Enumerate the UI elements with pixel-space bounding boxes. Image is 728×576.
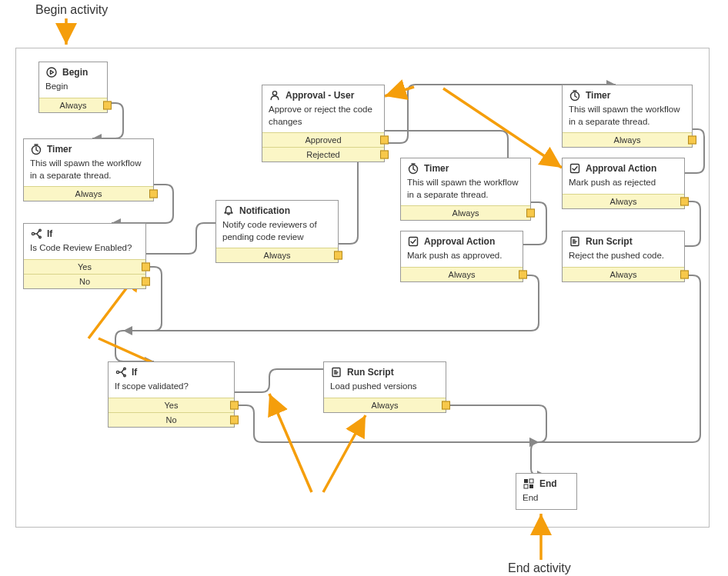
node-title: Begin <box>62 67 88 78</box>
node-header: If <box>24 224 145 242</box>
outcome-always[interactable]: Always <box>24 186 153 201</box>
outcome-port[interactable] <box>442 401 450 409</box>
outcome-port[interactable] <box>519 270 527 278</box>
node-header: Timer <box>563 85 692 104</box>
outcome-port[interactable] <box>149 190 158 198</box>
timer-icon <box>30 143 42 155</box>
node-description: This will spawn the workflow in a separa… <box>24 158 153 186</box>
node-title: End <box>539 478 557 489</box>
node-timer3[interactable]: TimerThis will spawn the workflow in a s… <box>562 85 693 148</box>
annotation-end-activity: End activity <box>508 561 571 575</box>
outcome-always[interactable]: Always <box>401 267 523 281</box>
annotation-begin-activity: Begin activity <box>35 3 108 17</box>
outcome-yes[interactable]: Yes <box>109 398 234 412</box>
node-if_scope[interactable]: IfIf scope validated?YesNo <box>108 361 235 428</box>
node-approval_user[interactable]: Approval - UserApprove or reject the cod… <box>262 85 385 162</box>
node-description: Is Code Review Enabled? <box>24 242 145 259</box>
svg-rect-16 <box>529 479 533 483</box>
node-header: Timer <box>401 158 530 177</box>
outcome-always[interactable]: Always <box>39 98 107 112</box>
node-description: If scope validated? <box>109 381 234 398</box>
node-appr_approve[interactable]: Approval ActionMark push as approved.Alw… <box>400 231 523 282</box>
node-end[interactable]: EndEnd <box>516 473 577 510</box>
outcome-always[interactable]: Always <box>324 398 446 412</box>
outcome-always[interactable]: Always <box>401 205 530 220</box>
outcome-port[interactable] <box>688 136 696 145</box>
node-appr_reject[interactable]: Approval ActionMark push as rejectedAlwa… <box>562 158 685 209</box>
if-icon <box>115 366 127 378</box>
script-icon <box>569 235 581 248</box>
svg-rect-18 <box>529 484 533 488</box>
node-header: If <box>109 362 234 381</box>
user-icon <box>269 89 281 102</box>
svg-point-12 <box>124 368 126 370</box>
node-title: Run Script <box>347 367 394 378</box>
node-header: Notification <box>216 201 338 219</box>
end-icon <box>523 478 535 490</box>
node-description: This will spawn the workflow in a separa… <box>563 104 692 132</box>
svg-rect-7 <box>409 238 418 246</box>
node-header: Begin <box>39 62 107 81</box>
outcome-port[interactable] <box>680 197 689 205</box>
node-header: Approval Action <box>401 231 523 250</box>
outcome-no[interactable]: No <box>24 274 145 288</box>
outcome-port[interactable] <box>526 209 535 218</box>
outcome-port[interactable] <box>230 415 239 424</box>
node-header: Run Script <box>324 362 446 381</box>
outcome-approved[interactable]: Approved <box>262 132 384 147</box>
node-title: Approval - User <box>286 90 354 101</box>
node-description: Mark push as approved. <box>401 250 523 267</box>
outcome-rejected[interactable]: Rejected <box>262 147 384 161</box>
outcome-port[interactable] <box>142 262 150 271</box>
node-header: Timer <box>24 139 153 158</box>
svg-point-0 <box>47 68 56 77</box>
node-title: Notification <box>239 205 290 216</box>
svg-point-3 <box>39 229 42 231</box>
outcome-always[interactable]: Always <box>563 132 692 147</box>
node-description: Approve or reject the code changes <box>262 104 384 132</box>
node-description: Load pushed versions <box>324 381 446 398</box>
node-description: End <box>516 492 576 509</box>
node-header: Run Script <box>563 231 684 250</box>
outcome-always[interactable]: Always <box>563 194 684 208</box>
node-description: Reject the pushed code. <box>563 250 684 267</box>
outcome-yes[interactable]: Yes <box>24 259 145 274</box>
node-title: Approval Action <box>586 163 656 174</box>
node-timer2[interactable]: TimerThis will spawn the workflow in a s… <box>400 158 531 221</box>
node-run_load[interactable]: Run ScriptLoad pushed versionsAlways <box>323 361 446 413</box>
node-description: This will spawn the workflow in a separa… <box>401 177 530 205</box>
outcome-always[interactable]: Always <box>216 248 338 262</box>
outcome-port[interactable] <box>230 401 239 409</box>
outcome-always[interactable]: Always <box>563 267 684 281</box>
outcome-port[interactable] <box>680 270 689 278</box>
svg-rect-15 <box>524 479 528 483</box>
node-notification[interactable]: NotificationNotify code reviewers of pen… <box>215 200 339 263</box>
node-header: Approval - User <box>262 85 384 104</box>
script-icon <box>330 366 342 378</box>
node-description: Mark push as rejected <box>563 177 684 194</box>
outcome-port[interactable] <box>380 151 389 159</box>
node-run_reject[interactable]: Run ScriptReject the pushed code.Always <box>562 231 685 282</box>
outcome-no[interactable]: No <box>109 412 234 427</box>
timer-icon <box>569 89 581 102</box>
begin-icon <box>45 66 58 78</box>
if-icon <box>30 228 42 240</box>
outcome-port[interactable] <box>142 277 150 285</box>
outcome-port[interactable] <box>103 101 112 109</box>
node-begin[interactable]: BeginBeginAlways <box>38 62 108 113</box>
node-timer1[interactable]: TimerThis will spawn the workflow in a s… <box>23 138 154 201</box>
node-if_review[interactable]: IfIs Code Review Enabled?YesNo <box>23 223 146 289</box>
svg-rect-17 <box>524 484 528 488</box>
node-header: End <box>516 474 576 492</box>
node-title: Timer <box>586 90 610 101</box>
node-title: Timer <box>424 163 449 174</box>
workflow-diagram: Begin activity Workflow activities Nodes… <box>0 0 728 576</box>
outcome-port[interactable] <box>380 136 389 145</box>
outcome-port[interactable] <box>334 251 342 260</box>
node-title: If <box>132 367 137 378</box>
svg-point-13 <box>124 375 126 377</box>
svg-point-4 <box>39 236 42 238</box>
timer-icon <box>407 162 419 175</box>
svg-rect-9 <box>571 165 579 173</box>
node-title: If <box>47 228 52 239</box>
